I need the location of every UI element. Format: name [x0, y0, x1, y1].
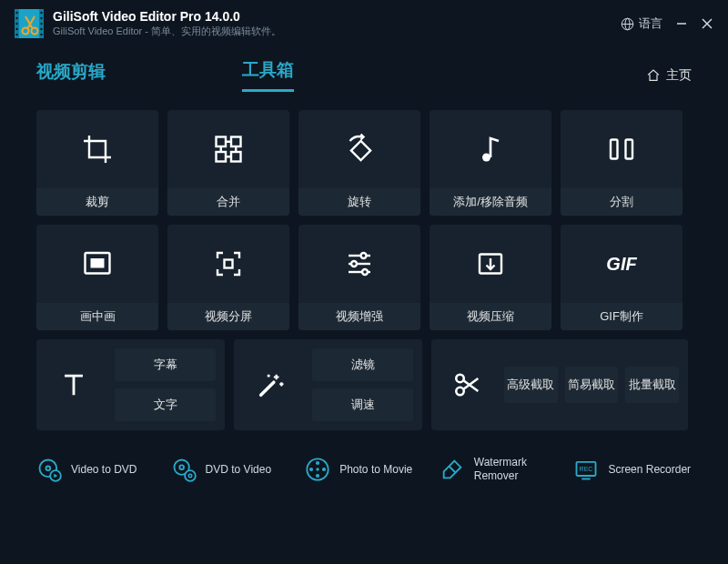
svg-point-45: [179, 465, 184, 469]
language-button[interactable]: 语言: [621, 15, 662, 32]
footer: Video to DVD DVD to Video Photo to Movie…: [0, 430, 728, 483]
svg-rect-28: [626, 140, 633, 159]
svg-point-42: [46, 467, 51, 471]
app-logo: [15, 9, 44, 38]
app-title: GiliSoft Video Editor Pro 14.0.0: [53, 9, 621, 24]
merge-icon: [212, 133, 245, 166]
photo-to-movie-button[interactable]: Photo to Movie: [305, 456, 423, 483]
pip-icon: [81, 247, 114, 280]
minimize-button[interactable]: [675, 17, 688, 30]
dvd-to-video-label: DVD to Video: [206, 463, 272, 477]
tile-rotate[interactable]: 旋转: [298, 110, 420, 216]
dvd-to-video-button[interactable]: DVD to Video: [171, 456, 289, 483]
magic-wand-icon: [256, 369, 287, 400]
tile-rotate-label: 旋转: [298, 188, 420, 216]
close-button[interactable]: [701, 17, 713, 30]
gif-icon: GIF: [606, 254, 636, 275]
crop-icon: [81, 133, 114, 166]
subtitle-button[interactable]: 字幕: [115, 348, 216, 381]
tile-pip[interactable]: 画中画: [36, 225, 158, 330]
svg-point-12: [40, 34, 42, 35]
tile-crop-label: 裁剪: [36, 188, 158, 216]
speed-button[interactable]: 调速: [312, 388, 413, 421]
screen-recorder-button[interactable]: REC Screen Recorder: [573, 456, 692, 483]
titlebar: GiliSoft Video Editor Pro 14.0.0 GiliSof…: [0, 0, 728, 44]
tile-split[interactable]: 分割: [561, 110, 682, 216]
compress-icon: [474, 247, 507, 280]
recorder-icon: REC: [573, 457, 599, 482]
svg-point-52: [322, 468, 326, 471]
rotate-icon: [343, 133, 376, 166]
home-button[interactable]: 主页: [646, 67, 692, 84]
music-note-icon: [474, 133, 507, 166]
svg-rect-31: [225, 260, 233, 268]
batch-cut-button[interactable]: 批量截取: [625, 367, 679, 403]
tile-merge-label: 合并: [167, 188, 289, 216]
filter-button[interactable]: 滤镜: [312, 348, 413, 381]
tab-toolbox[interactable]: 工具箱: [242, 58, 294, 92]
svg-point-8: [40, 12, 42, 14]
svg-rect-24: [231, 152, 241, 162]
tab-video-edit[interactable]: 视频剪辑: [36, 60, 106, 91]
tabbar: 视频剪辑 工具箱 主页: [0, 44, 728, 101]
disc-convert-icon: [171, 457, 197, 482]
photo-to-movie-label: Photo to Movie: [339, 463, 412, 477]
globe-icon: [621, 17, 634, 31]
multiscreen-icon: [212, 247, 245, 280]
disc-icon: [36, 457, 62, 482]
svg-rect-23: [217, 152, 227, 162]
svg-point-6: [15, 28, 17, 30]
tile-multiscreen-label: 视频分屏: [167, 303, 289, 330]
tile-crop[interactable]: 裁剪: [36, 110, 158, 216]
svg-point-3: [15, 12, 17, 14]
svg-point-50: [316, 474, 319, 478]
svg-rect-25: [351, 141, 370, 160]
tile-compress[interactable]: 视频压缩: [430, 225, 551, 330]
text-icon: [58, 369, 89, 400]
tile-audio[interactable]: 添加/移除音频: [430, 110, 551, 216]
svg-rect-27: [611, 140, 618, 159]
tile-compress-label: 视频压缩: [430, 303, 551, 330]
text-button[interactable]: 文字: [115, 388, 216, 421]
tile-enhance-label: 视频增强: [298, 303, 420, 330]
svg-text:REC: REC: [580, 466, 593, 472]
svg-rect-22: [231, 137, 241, 147]
svg-point-49: [316, 461, 319, 465]
tile-multiscreen[interactable]: 视频分屏: [167, 225, 289, 330]
svg-point-9: [40, 17, 42, 19]
tile-effect-group: 滤镜 调速: [234, 339, 422, 430]
eraser-icon: [440, 457, 465, 482]
easy-cut-button[interactable]: 简易截取: [565, 367, 619, 403]
tile-split-label: 分割: [561, 188, 682, 216]
svg-point-7: [15, 34, 17, 35]
video-to-dvd-label: Video to DVD: [71, 463, 137, 477]
tile-pip-label: 画中画: [36, 303, 158, 330]
tile-enhance[interactable]: 视频增强: [298, 225, 420, 330]
home-label: 主页: [666, 67, 692, 84]
watermark-remover-label: Watermark Remover: [474, 456, 558, 483]
svg-point-5: [15, 23, 17, 25]
svg-point-53: [316, 468, 319, 471]
svg-point-35: [361, 253, 367, 258]
sliders-icon: [343, 247, 376, 280]
tile-text-group: 字幕 文字: [36, 339, 225, 430]
svg-point-11: [40, 28, 42, 30]
home-icon: [646, 68, 661, 83]
svg-rect-30: [91, 258, 105, 268]
tile-gif[interactable]: GIF GIF制作: [561, 225, 682, 330]
screen-recorder-label: Screen Recorder: [608, 463, 691, 477]
svg-point-51: [309, 468, 313, 471]
tile-cut-group: 高级截取 简易截取 批量截取: [431, 339, 688, 430]
advanced-cut-button[interactable]: 高级截取: [504, 367, 558, 403]
watermark-remover-button[interactable]: Watermark Remover: [440, 456, 558, 483]
video-to-dvd-button[interactable]: Video to DVD: [36, 456, 155, 483]
tile-gif-label: GIF制作: [561, 303, 682, 330]
title-group: GiliSoft Video Editor Pro 14.0.0 GiliSof…: [53, 9, 621, 38]
svg-point-10: [40, 23, 42, 25]
svg-line-54: [449, 467, 455, 473]
tile-merge[interactable]: 合并: [167, 110, 289, 216]
language-label: 语言: [639, 15, 662, 32]
app-subtitle: GiliSoft Video Editor - 简单、实用的视频编辑软件。: [53, 25, 621, 38]
tile-audio-label: 添加/移除音频: [430, 188, 551, 216]
scissors-icon: [452, 369, 483, 400]
